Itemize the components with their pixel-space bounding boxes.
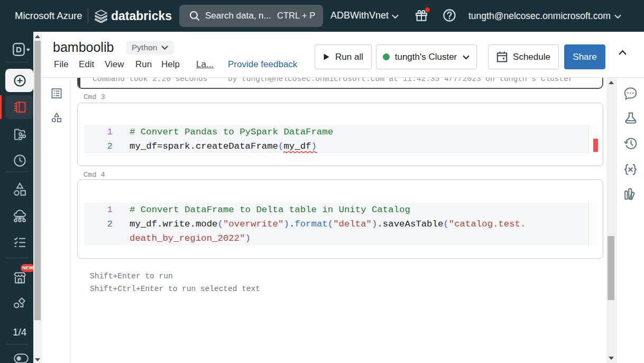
svg-text:D: D [16,45,22,54]
